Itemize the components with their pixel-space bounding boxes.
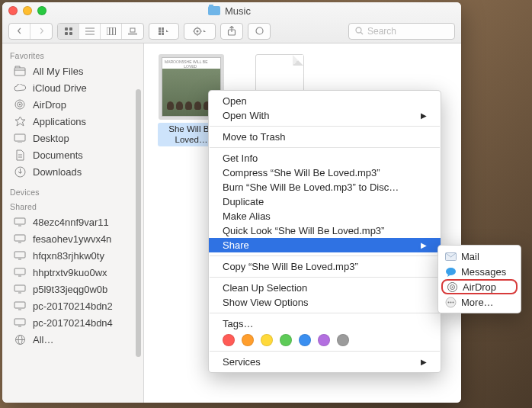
menu-copy[interactable]: Copy “She Will Be Loved.mp3” xyxy=(209,259,441,274)
svg-rect-3 xyxy=(69,32,72,35)
window-title-text: Music xyxy=(225,5,251,17)
arrange-button[interactable] xyxy=(149,24,178,39)
globe-icon xyxy=(13,333,27,345)
back-button[interactable] xyxy=(9,24,30,39)
tag-color-dot[interactable] xyxy=(261,334,273,346)
minimize-window-button[interactable] xyxy=(23,6,32,15)
svg-rect-47 xyxy=(14,319,25,325)
sidebar-item-label: fesaohev1ywvx4n xyxy=(33,233,111,245)
svg-point-60 xyxy=(452,301,453,303)
sidebar-item-shared[interactable]: pc-20170214bdn4 xyxy=(2,314,143,331)
tag-color-dot[interactable] xyxy=(242,334,254,346)
svg-rect-1 xyxy=(69,27,72,31)
tag-color-dot[interactable] xyxy=(223,334,235,346)
menu-duplicate[interactable]: Duplicate xyxy=(209,194,441,209)
svg-rect-35 xyxy=(14,218,25,224)
documents-icon xyxy=(13,149,27,161)
sidebar-item-label: All My Files xyxy=(33,66,83,77)
menu-move-to-trash[interactable]: Move to Trash xyxy=(209,130,441,144)
share-more[interactable]: More… xyxy=(438,294,521,310)
sidebar-item-shared[interactable]: p5l9t33jeqg0w0b xyxy=(2,281,143,297)
sidebar-item-airdrop[interactable]: AirDrop xyxy=(2,96,143,113)
zoom-window-button[interactable] xyxy=(37,6,46,15)
svg-rect-15 xyxy=(159,33,161,35)
svg-rect-0 xyxy=(65,27,68,31)
menu-open[interactable]: Open xyxy=(209,94,441,108)
tag-color-dot[interactable] xyxy=(280,334,292,346)
forward-button[interactable] xyxy=(30,24,52,39)
coverflow-view-button[interactable] xyxy=(122,24,143,39)
close-window-button[interactable] xyxy=(8,6,18,15)
svg-line-24 xyxy=(361,32,363,34)
sidebar-item-shared[interactable]: pc-20170214bdn2 xyxy=(2,297,143,314)
svg-point-58 xyxy=(447,301,449,303)
sidebar-item-shared[interactable]: hfqxn83rjhkw0ty xyxy=(2,247,143,264)
tag-color-dot[interactable] xyxy=(318,334,330,346)
svg-rect-9 xyxy=(113,27,116,35)
sidebar-item-documents[interactable]: Documents xyxy=(2,146,143,163)
sidebar-item-shared[interactable]: 48ezc4nnf9var11 xyxy=(2,214,143,230)
titlebar: Music xyxy=(2,2,461,43)
menu-compress[interactable]: Compress “She Will Be Loved.mp3” xyxy=(209,165,441,180)
menu-burn[interactable]: Burn “She Will Be Loved.mp3” to Disc… xyxy=(209,180,441,194)
sidebar-item-all-shared[interactable]: All… xyxy=(2,331,143,348)
share-label: Messages xyxy=(461,266,506,278)
sidebar-item-downloads[interactable]: Downloads xyxy=(2,163,143,180)
menu-make-alias[interactable]: Make Alias xyxy=(209,209,441,223)
sidebar-item-icloud[interactable]: iCloud Drive xyxy=(2,79,143,96)
sidebar-item-label: p5l9t33jeqg0w0b xyxy=(33,284,107,295)
tag-color-dot[interactable] xyxy=(337,334,349,346)
display-icon xyxy=(13,249,27,262)
list-view-button[interactable] xyxy=(79,24,101,39)
sidebar-item-label: pc-20170214bdn4 xyxy=(33,317,113,329)
action-button[interactable] xyxy=(184,24,215,39)
tags-toolbar-button[interactable] xyxy=(248,23,271,40)
icloud-icon xyxy=(13,82,27,94)
menu-separator xyxy=(210,126,440,127)
svg-point-22 xyxy=(256,27,263,34)
sidebar-item-label: hhptrxtv9kuo0wx xyxy=(33,267,107,278)
column-view-button[interactable] xyxy=(101,24,122,39)
search-field[interactable]: Search xyxy=(348,23,455,40)
menu-tags[interactable]: Tags… xyxy=(209,316,441,331)
window-title: Music xyxy=(52,5,407,17)
sidebar-item-shared[interactable]: hhptrxtv9kuo0wx xyxy=(2,264,143,281)
share-toolbar-button[interactable] xyxy=(220,23,243,40)
tag-color-row xyxy=(209,331,441,348)
sidebar-item-label: All… xyxy=(33,334,53,345)
menu-open-with[interactable]: Open With▶ xyxy=(209,108,441,123)
sidebar-heading-devices: Devices xyxy=(2,185,143,199)
share-messages[interactable]: Messages xyxy=(438,264,521,279)
sidebar-item-all-my-files[interactable]: All My Files xyxy=(2,63,143,79)
sidebar-item-shared[interactable]: fesaohev1ywvx4n xyxy=(2,230,143,247)
sidebar-item-label: Documents xyxy=(33,149,83,161)
menu-separator xyxy=(210,147,440,148)
sidebar-heading-favorites: Favorites xyxy=(2,48,143,63)
menu-services[interactable]: Services▶ xyxy=(209,355,441,369)
tag-color-dot[interactable] xyxy=(299,334,311,346)
submenu-arrow-icon: ▶ xyxy=(421,111,427,120)
share-mail[interactable]: Mail xyxy=(438,249,521,264)
sidebar-item-label: Desktop xyxy=(33,133,69,144)
svg-rect-30 xyxy=(14,134,25,141)
menu-get-info[interactable]: Get Info xyxy=(209,151,441,165)
share-airdrop[interactable]: AirDrop xyxy=(441,279,518,294)
sidebar-scrollbar[interactable] xyxy=(136,89,141,357)
svg-rect-43 xyxy=(14,285,25,291)
menu-quick-look[interactable]: Quick Look “She Will Be Loved.mp3” xyxy=(209,223,441,238)
share-submenu: Mail Messages AirDrop More… xyxy=(437,245,521,313)
search-placeholder: Search xyxy=(367,26,396,37)
display-icon xyxy=(13,316,27,329)
menu-view-options[interactable]: Show View Options xyxy=(209,295,441,310)
sidebar-item-applications[interactable]: Applications xyxy=(2,113,143,130)
applications-icon xyxy=(13,115,27,127)
menu-clean-up[interactable]: Clean Up Selection xyxy=(209,281,441,295)
svg-rect-17 xyxy=(162,30,164,32)
display-icon xyxy=(13,233,27,245)
svg-rect-39 xyxy=(14,252,25,258)
sidebar-item-desktop[interactable]: Desktop xyxy=(2,130,143,146)
icon-view-button[interactable] xyxy=(58,24,79,39)
menu-share[interactable]: Share▶ xyxy=(209,238,441,252)
action-group xyxy=(184,23,216,40)
toolbar: Search xyxy=(2,19,461,43)
